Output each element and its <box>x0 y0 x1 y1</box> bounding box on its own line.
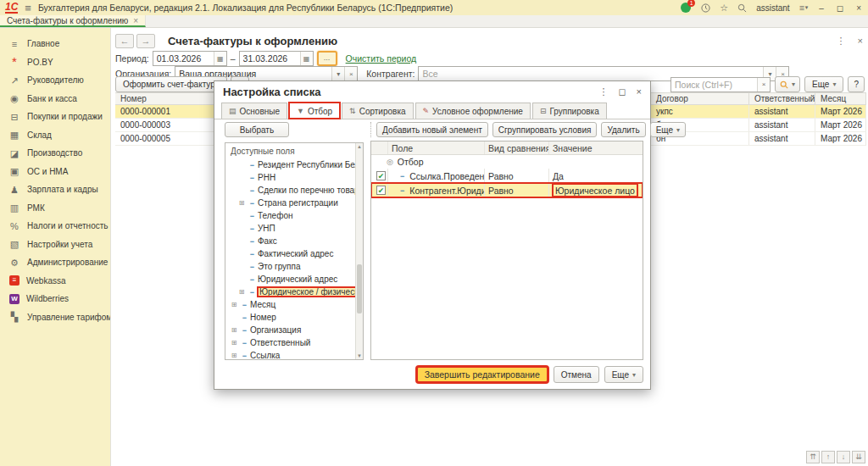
calendar-icon[interactable]: ▦ <box>300 52 313 65</box>
search-button[interactable]: ▾ <box>775 76 800 92</box>
expand-icon[interactable]: ⊞ <box>229 352 239 359</box>
sidebar-item-fixed-assets[interactable]: ▣ОС и НМА <box>0 163 110 181</box>
field-item-resident[interactable]: −Резидент Республики Беларусь <box>225 158 363 171</box>
tab-grouping[interactable]: ⊟ Группировка <box>532 103 607 119</box>
scroll-up-button[interactable]: ↑ <box>821 451 835 463</box>
tab-filter[interactable]: ▼ Отбор <box>289 103 340 119</box>
expand-icon[interactable]: ⊞ <box>236 199 247 207</box>
sidebar-item-main[interactable]: ≡Главное <box>0 35 110 53</box>
search-icon[interactable] <box>737 3 747 13</box>
sidebar-item-webkassa[interactable]: ≡Webkassa <box>0 272 110 291</box>
dialog-close-icon[interactable]: × <box>637 86 642 97</box>
scroll-last-button[interactable]: ⇊ <box>852 451 865 463</box>
dialog-more-button[interactable]: Еще ▾ <box>604 366 643 383</box>
column-number[interactable]: Номер <box>115 93 217 104</box>
field-item-ref[interactable]: ⊞−Ссылка <box>225 349 363 360</box>
filter-row-posted[interactable]: ✔ −Ссылка.Проведен Равно Да <box>371 169 643 183</box>
favorites-star-icon[interactable]: ☆ <box>720 3 728 13</box>
calendar-icon[interactable]: ▦ <box>214 52 226 65</box>
field-item-actual-address[interactable]: −Фактический адрес <box>225 247 363 260</box>
sidebar-item-purchases-sales[interactable]: ⊟Покупки и продажи <box>0 108 110 126</box>
select-field-button[interactable]: Выбрать <box>225 122 289 137</box>
period-to-field[interactable]: ▦ <box>239 51 314 66</box>
forward-button[interactable]: → <box>136 34 155 48</box>
more-button[interactable]: Еще ▾ <box>804 76 843 92</box>
column-responsible[interactable]: Ответственный <box>749 93 815 104</box>
filter-row-contractor-type[interactable]: ✔ −Контрагент.Юридическо... Равно Юридич… <box>371 183 643 197</box>
search-field[interactable]: × <box>670 77 771 92</box>
choose-period-button[interactable]: ... <box>317 51 337 66</box>
field-item-month[interactable]: ⊞−Месяц <box>225 298 363 311</box>
maximize-button[interactable]: ◻ <box>835 3 845 13</box>
scrollbar-thumb[interactable] <box>357 264 362 313</box>
scroll-up-arrow[interactable]: ▲ <box>356 144 363 149</box>
clear-search-icon[interactable]: × <box>757 78 770 92</box>
period-from-input[interactable] <box>153 52 214 65</box>
tab-main[interactable]: ▤ Основные <box>221 103 287 119</box>
sidebar-item-po-by[interactable]: *PO.BY <box>0 53 110 72</box>
period-from-field[interactable]: ▦ <box>153 51 227 66</box>
dialog-maximize-icon[interactable]: ◻ <box>618 86 626 97</box>
sidebar-item-warehouse[interactable]: ▦Склад <box>0 126 110 145</box>
close-window-button[interactable]: × <box>854 3 863 13</box>
group-conditions-button[interactable]: Сгруппировать условия <box>492 122 598 137</box>
help-button[interactable]: ? <box>848 76 865 92</box>
field-item-legal-individual[interactable]: ⊞−Юридическое / физическое лицо <box>225 286 363 298</box>
checkbox-checked[interactable]: ✔ <box>376 186 386 195</box>
field-item-organization[interactable]: ⊞−Организация <box>225 324 363 336</box>
field-item-responsible[interactable]: ⊞−Ответственный <box>225 336 363 349</box>
minimize-button[interactable]: – <box>817 3 826 13</box>
sidebar-item-bank-cash[interactable]: ◉Банк и касса <box>0 90 110 108</box>
expand-icon[interactable]: ⊞ <box>229 301 239 308</box>
form-close-icon[interactable]: × <box>858 36 863 46</box>
scroll-down-button[interactable]: ↓ <box>837 451 850 463</box>
clear-period-link[interactable]: Очистить период <box>346 53 417 64</box>
add-element-button[interactable]: Добавить новый элемент <box>376 122 488 137</box>
checkbox-checked[interactable]: ✔ <box>376 171 386 180</box>
field-item-number[interactable]: −Номер <box>225 311 363 324</box>
column-contract[interactable]: Договор <box>651 93 749 104</box>
period-to-input[interactable] <box>240 52 300 65</box>
filter-root-row[interactable]: ◎ Отбор <box>371 155 643 169</box>
finish-editing-button[interactable]: Завершить редактирование <box>416 366 548 383</box>
expand-icon[interactable]: ⊞ <box>229 339 239 347</box>
filter-more-button[interactable]: Еще ▾ <box>650 122 686 137</box>
main-menu-icon[interactable]: ≡ <box>25 2 31 14</box>
expand-icon[interactable]: ⊞ <box>229 326 239 334</box>
notifications-icon[interactable]: 1 <box>681 3 692 14</box>
user-name[interactable]: assistant <box>756 3 789 13</box>
cancel-button[interactable]: Отмена <box>554 366 599 383</box>
field-item-fax[interactable]: −Факс <box>225 235 363 247</box>
sidebar-item-taxes-reports[interactable]: %Налоги и отчетность <box>0 217 110 236</box>
field-item-deals[interactable]: −Сделки по перечню товаров <box>225 184 363 197</box>
sidebar-item-manager[interactable]: ↗Руководителю <box>0 71 110 90</box>
field-item-unp[interactable]: −УНП <box>225 222 363 235</box>
field-item-is-group[interactable]: −Это группа <box>225 260 363 273</box>
create-invoice-button[interactable]: Оформить счет-фактуру <box>115 76 227 92</box>
field-item-legal-address[interactable]: −Юридический адрес <box>225 273 363 286</box>
back-button[interactable]: ← <box>115 34 134 48</box>
tab-invoices-to-issue[interactable]: Счета-фактуры к оформлению × <box>0 15 146 27</box>
expand-icon[interactable]: ⊞ <box>236 288 247 296</box>
sidebar-item-wildberries[interactable]: WWildberries <box>0 290 110 308</box>
sidebar-item-salary-hr[interactable]: ♟Зарплата и кадры <box>0 180 110 199</box>
sidebar-item-tariff-management[interactable]: ▚Управление тарифом <box>0 308 110 327</box>
tab-sorting[interactable]: ⇅ Сортировка <box>342 103 413 119</box>
tab-conditional-appearance[interactable]: ✎ Условное оформление <box>415 103 531 119</box>
scroll-down-arrow[interactable]: ▼ <box>356 353 363 358</box>
sidebar-item-accounting-settings[interactable]: ▧Настройки учета <box>0 236 110 254</box>
chevron-down-icon[interactable]: ▾ <box>331 67 344 80</box>
fields-scrollbar[interactable]: ▲ ▼ <box>355 143 363 359</box>
scroll-first-button[interactable]: ⇈ <box>806 451 820 463</box>
search-input[interactable] <box>671 78 757 92</box>
sidebar-item-rmk[interactable]: ▥РМК <box>0 199 110 218</box>
field-item-rnn[interactable]: −РНН <box>225 171 363 184</box>
field-item-country[interactable]: ⊞−Страна регистрации <box>225 197 363 209</box>
sidebar-item-production[interactable]: ◪Производство <box>0 144 110 163</box>
form-more-icon[interactable]: ⋮ <box>837 36 846 47</box>
dialog-more-icon[interactable]: ⋮ <box>598 86 608 97</box>
clear-icon[interactable]: × <box>344 67 357 80</box>
tab-close-icon[interactable]: × <box>133 16 138 25</box>
field-item-phone[interactable]: −Телефон <box>225 209 363 222</box>
history-icon[interactable] <box>701 3 710 13</box>
